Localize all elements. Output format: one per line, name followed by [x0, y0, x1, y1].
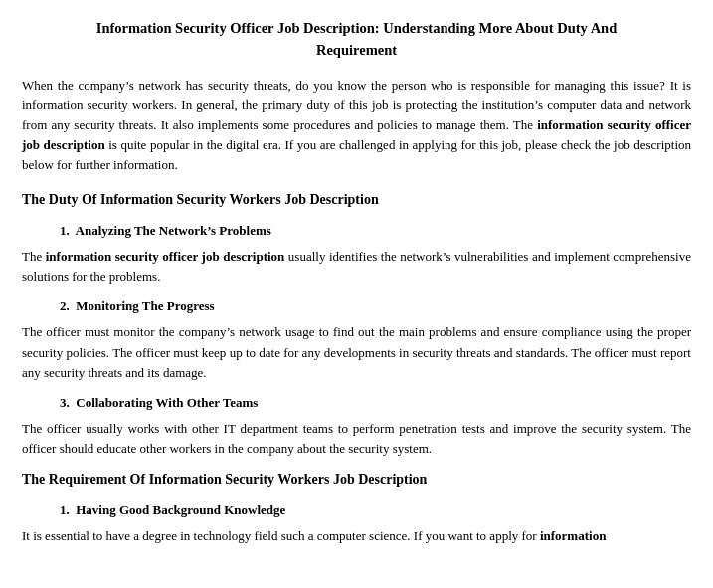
item-2-1-title: 1. Having Good Background Knowledge — [60, 500, 691, 520]
item-1-1-label: Analyzing The Network’s Problems — [76, 223, 271, 238]
section2-heading: The Requirement Of Information Security … — [22, 469, 691, 490]
intro-paragraph: When the company’s network has security … — [22, 76, 691, 176]
section1-heading: The Duty Of Information Security Workers… — [22, 189, 691, 211]
item-1-2-label: Monitoring The Progress — [76, 298, 214, 313]
item-1-3-para: The officer usually works with other IT … — [22, 419, 691, 459]
page-title: Information Security Officer Job Descrip… — [22, 18, 691, 62]
intro-text-after: is quite popular in the digital era. If … — [22, 137, 691, 172]
item-2-1-bold: information — [540, 528, 606, 543]
item-1-2-para: The officer must monitor the company’s n… — [22, 322, 691, 382]
item-1-3-label: Collaborating With Other Teams — [76, 395, 258, 410]
item-2-1-label: Having Good Background Knowledge — [76, 502, 285, 517]
item-1-1-title: 1. Analyzing The Network’s Problems — [60, 221, 691, 241]
item-2-1-number: 1. — [60, 502, 70, 517]
item-1-1-para: The information security officer job des… — [22, 247, 691, 287]
item-2-1-para: It is essential to have a degree in tech… — [22, 526, 691, 546]
title-line1: Information Security Officer Job Descrip… — [96, 20, 617, 36]
item-2-1-before: It is essential to have a degree in tech… — [22, 528, 540, 543]
item-1-1-bold: information security officer job descrip… — [46, 249, 285, 264]
title-line2: Requirement — [316, 42, 397, 58]
item-1-1-number: 1. — [60, 223, 70, 238]
item-1-2-number: 2. — [60, 298, 70, 313]
item-1-3-title: 3. Collaborating With Other Teams — [60, 393, 691, 413]
item-1-1-before: The — [22, 249, 46, 264]
item-1-2-title: 2. Monitoring The Progress — [60, 296, 691, 316]
item-1-3-number: 3. — [60, 395, 70, 410]
